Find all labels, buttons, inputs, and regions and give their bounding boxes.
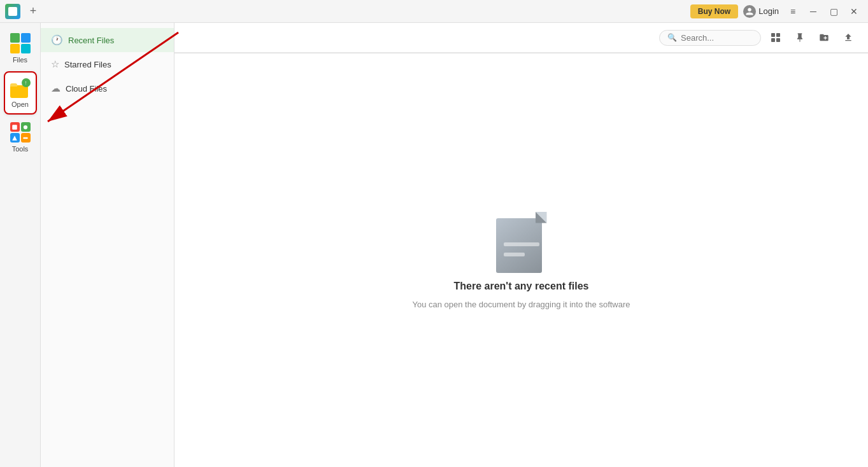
content-toolbar: 🔍 xyxy=(174,23,868,53)
close-button[interactable]: ✕ xyxy=(845,3,863,20)
empty-doc-illustration xyxy=(496,212,547,273)
pin-icon xyxy=(795,32,805,43)
open-icon: ↑ xyxy=(10,78,31,98)
search-box[interactable]: 🔍 xyxy=(659,30,761,46)
cloud-files-label: Cloud Files xyxy=(66,84,107,94)
search-icon: 🔍 xyxy=(667,33,677,42)
empty-state: There aren't any recent files You can op… xyxy=(174,53,868,467)
buy-now-button[interactable]: Buy Now xyxy=(690,4,738,18)
files-label: Files xyxy=(13,56,27,64)
icon-sidebar: Files ↑ Open xyxy=(0,23,41,467)
login-button[interactable]: Login xyxy=(743,5,779,18)
svg-rect-3 xyxy=(23,137,28,139)
upload-button[interactable] xyxy=(839,28,858,47)
title-bar: + Buy Now Login ≡ ─ ▢ ✕ xyxy=(0,0,868,23)
new-tab-button[interactable]: + xyxy=(25,4,41,19)
title-bar-left: + xyxy=(5,4,41,19)
open-label: Open xyxy=(11,101,29,108)
file-sidebar: 🕐 Recent Files ☆ Starred Files ☁ Cloud F… xyxy=(41,23,174,467)
svg-rect-0 xyxy=(12,125,17,130)
tools-label: Tools xyxy=(12,145,29,153)
folder-add-icon xyxy=(819,32,829,43)
svg-marker-2 xyxy=(12,136,17,141)
minimize-button[interactable]: ─ xyxy=(804,3,822,20)
nav-cloud-files[interactable]: ☁ Cloud Files xyxy=(41,76,174,101)
svg-point-1 xyxy=(24,125,27,129)
star-icon: ☆ xyxy=(51,59,59,70)
files-icon xyxy=(10,33,31,53)
main-content: 🔍 xyxy=(174,23,868,467)
search-input[interactable] xyxy=(681,33,753,43)
maximize-button[interactable]: ▢ xyxy=(825,3,843,20)
window-controls: ≡ ─ ▢ ✕ xyxy=(784,3,863,20)
starred-files-label: Starred Files xyxy=(64,60,111,69)
grid-icon xyxy=(771,32,781,43)
svg-rect-7 xyxy=(776,38,780,42)
sidebar-item-tools[interactable]: Tools xyxy=(4,117,37,158)
login-label: Login xyxy=(758,6,779,16)
avatar-icon xyxy=(743,5,756,18)
sidebar-item-open[interactable]: ↑ Open xyxy=(4,71,37,115)
tools-icon xyxy=(10,122,31,143)
folder-button[interactable] xyxy=(815,28,834,47)
app-logo xyxy=(5,4,20,19)
upload-icon xyxy=(843,32,853,43)
cloud-icon: ☁ xyxy=(51,83,60,94)
svg-rect-4 xyxy=(771,33,775,37)
empty-title: There aren't any recent files xyxy=(454,281,589,292)
main-layout: Files ↑ Open xyxy=(0,23,868,467)
recent-files-label: Recent Files xyxy=(68,36,114,45)
hamburger-button[interactable]: ≡ xyxy=(784,3,802,20)
nav-recent-files[interactable]: 🕐 Recent Files xyxy=(41,28,174,52)
grid-view-button[interactable] xyxy=(766,28,785,47)
svg-rect-5 xyxy=(776,33,780,37)
svg-rect-6 xyxy=(771,38,775,42)
sidebar-item-files[interactable]: Files xyxy=(4,28,37,69)
empty-subtitle: You can open the document by dragging it… xyxy=(412,300,630,309)
title-bar-right: Buy Now Login ≡ ─ ▢ ✕ xyxy=(690,3,863,20)
pin-button[interactable] xyxy=(790,28,809,47)
nav-starred-files[interactable]: ☆ Starred Files xyxy=(41,52,174,76)
clock-icon: 🕐 xyxy=(51,34,63,46)
